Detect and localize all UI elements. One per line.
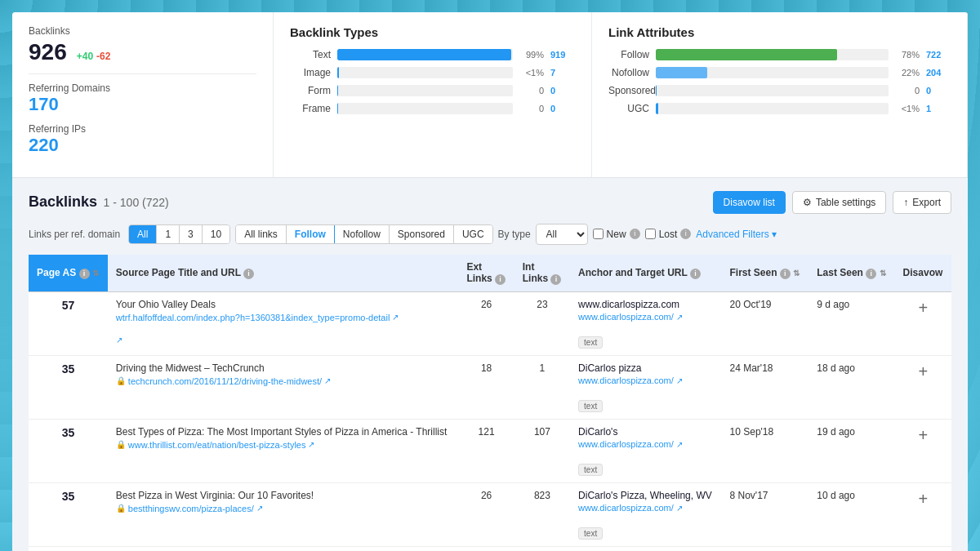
source-url[interactable]: 🔒 www.thrillist.com/eat/nation/best-pizz… <box>116 440 451 450</box>
table-row: 35 Best Types of Pizza: The Most Importa… <box>29 419 951 482</box>
per-domain-filter: All 1 3 10 <box>128 224 230 244</box>
cell-disavow: + <box>895 355 951 419</box>
anchor-link[interactable]: www.dicarlospizza.com/ <box>578 503 674 513</box>
int-info-icon[interactable]: i <box>550 274 561 285</box>
chevron-down-icon: ▾ <box>772 229 777 240</box>
anchor-ext-icon: ↗ <box>676 313 683 322</box>
by-type-select[interactable]: All <box>536 224 588 245</box>
disavow-plus-btn[interactable]: + <box>903 490 943 509</box>
anchor-url[interactable]: www.dicarlospizza.com/ ↗ <box>578 439 713 449</box>
source-url[interactable]: 🔒 techcrunch.com/2016/11/12/driving-the-… <box>116 376 451 386</box>
new-info-icon[interactable]: i <box>630 229 640 239</box>
cell-last-seen: 10 d ago <box>808 482 894 546</box>
bt-row-image: Image <1% 7 <box>290 67 575 78</box>
page-as-value: 35 <box>62 362 75 375</box>
anchor-info-icon[interactable]: i <box>690 269 701 279</box>
anchor-link[interactable]: www.dicarlospizza.com/ <box>578 375 674 385</box>
bt-row-text: Text 99% 919 <box>290 49 575 60</box>
referring-ips-label: Referring IPs <box>29 123 256 135</box>
backlinks-pos: +40 <box>77 51 93 62</box>
per-domain-3[interactable]: 3 <box>180 225 203 243</box>
table-header-row: Page AS i ⇅ Source Page Title and URL i … <box>29 255 951 292</box>
disavow-plus-btn[interactable]: + <box>903 362 943 381</box>
page-as-value: 35 <box>62 490 75 503</box>
col-page-as: Page AS i ⇅ <box>29 255 108 292</box>
per-domain-1[interactable]: 1 <box>157 225 180 243</box>
sort-icon[interactable]: ⇅ <box>92 269 99 278</box>
backlinks-range: 1 - 100 (722) <box>100 196 169 209</box>
sponsored-btn[interactable]: Sponsored <box>390 225 454 243</box>
anchor-url[interactable]: www.dicarlospizza.com/ ↗ <box>578 375 713 385</box>
anchor-text: DiCarlos pizza <box>578 362 713 374</box>
backlinks-title: Backlinks <box>29 193 97 210</box>
first-seen-sort-icon[interactable]: ⇅ <box>793 269 800 278</box>
col-last-seen: Last Seen i ⇅ <box>808 255 894 292</box>
per-domain-10[interactable]: 10 <box>203 225 229 243</box>
source-link[interactable]: techcrunch.com/2016/11/12/driving-the-mi… <box>128 376 322 386</box>
source-url[interactable]: wtrf.halfoffdeal.com/index.php?h=1360381… <box>116 313 451 322</box>
cell-anchor: DiCarlo's Pizza 🔒 www.dicarlospizza.com/… <box>570 546 721 551</box>
cell-first-seen: 24 Mar'18 <box>722 355 809 419</box>
source-link[interactable]: www.thrillist.com/eat/nation/best-pizza-… <box>128 440 306 450</box>
bt-pct: 0 <box>519 86 544 96</box>
source-title: Driving the Midwest – TechCrunch <box>116 362 451 374</box>
cell-page-as: 35 <box>29 482 108 546</box>
per-domain-all[interactable]: All <box>129 225 157 243</box>
cell-first-seen: 20 Oct'19 <box>722 291 809 355</box>
tag-badge: text <box>578 400 603 412</box>
backlinks-section: Backlinks 1 - 100 (722) Disavow list ⚙ T… <box>12 178 968 551</box>
cell-disavow: + <box>895 419 951 482</box>
disavow-list-button[interactable]: Disavow list <box>713 191 786 214</box>
table-settings-button[interactable]: ⚙ Table settings <box>792 191 886 214</box>
referring-ips-stat: Referring IPs 220 <box>29 123 256 156</box>
cell-int-links: 23 <box>514 291 570 355</box>
source-url[interactable]: 🔒 bestthingswv.com/pizza-places/ ↗ <box>116 504 451 513</box>
tag-badge: text <box>578 336 603 349</box>
lost-checkbox-group: Lost i <box>645 229 692 240</box>
cell-source: Best Pizza in West Virginia: Our 10 Favo… <box>108 482 459 546</box>
bt-pct: <1% <box>519 68 544 78</box>
source-link[interactable]: wtrf.halfoffdeal.com/index.php?h=1360381… <box>116 313 390 322</box>
anchor-url[interactable]: www.dicarlospizza.com/ ↗ <box>578 503 713 513</box>
cell-int-links: 1 <box>514 355 570 419</box>
table-row: 35 Driving the Midwest – TechCrunch 🔒 te… <box>29 355 951 419</box>
advanced-filters-btn[interactable]: Advanced Filters ▾ <box>696 229 776 240</box>
la-fill <box>656 49 837 60</box>
lost-checkbox[interactable] <box>645 229 656 239</box>
last-seen-sort-icon[interactable]: ⇅ <box>880 269 886 278</box>
page-as-info-icon[interactable]: i <box>79 269 90 279</box>
ugc-btn[interactable]: UGC <box>454 225 492 243</box>
lost-label: Lost <box>659 229 678 240</box>
source-link[interactable]: bestthingswv.com/pizza-places/ <box>128 504 254 513</box>
referring-ips-count: 220 <box>29 135 256 156</box>
cell-anchor: www.dicarlospizza.com www.dicarlospizza.… <box>570 291 721 355</box>
bt-track <box>337 67 513 78</box>
nofollow-btn[interactable]: Nofollow <box>335 225 390 243</box>
tag-badge: text <box>578 527 603 540</box>
source-info-icon[interactable]: i <box>243 269 254 279</box>
ext-info-icon[interactable]: i <box>495 274 506 285</box>
disavow-plus-btn[interactable]: + <box>903 299 943 318</box>
export-button[interactable]: ↑ Export <box>893 191 951 214</box>
all-links-btn[interactable]: All links <box>236 225 287 243</box>
lock-icon: 🔒 <box>116 376 126 385</box>
disavow-plus-btn[interactable]: + <box>903 426 943 445</box>
new-checkbox[interactable] <box>593 229 604 239</box>
stats-section: Backlinks 926 +40 -62 Referring Domains … <box>12 12 968 178</box>
cell-anchor: DiCarlo's Pizza, Wheeling, WV www.dicarl… <box>570 482 721 546</box>
by-type-label: By type <box>498 229 531 240</box>
la-count: 1 <box>926 104 951 113</box>
la-row-sponsored: Sponsored 0 0 <box>608 85 951 96</box>
anchor-link[interactable]: www.dicarlospizza.com/ <box>578 439 674 449</box>
anchor-url[interactable]: www.dicarlospizza.com/ ↗ <box>578 312 713 322</box>
cell-disavow: + <box>895 291 951 355</box>
follow-btn[interactable]: Follow <box>287 225 335 243</box>
la-label: Follow <box>608 49 649 60</box>
lost-info-icon[interactable]: i <box>680 229 691 239</box>
link-attributes-title: Link Attributes <box>608 25 951 39</box>
anchor-link[interactable]: www.dicarlospizza.com/ <box>578 312 674 322</box>
last-seen-info-icon[interactable]: i <box>866 269 876 279</box>
la-pct: 78% <box>895 50 920 60</box>
first-seen-info-icon[interactable]: i <box>780 269 791 279</box>
cell-page-as: 35 <box>29 355 108 419</box>
